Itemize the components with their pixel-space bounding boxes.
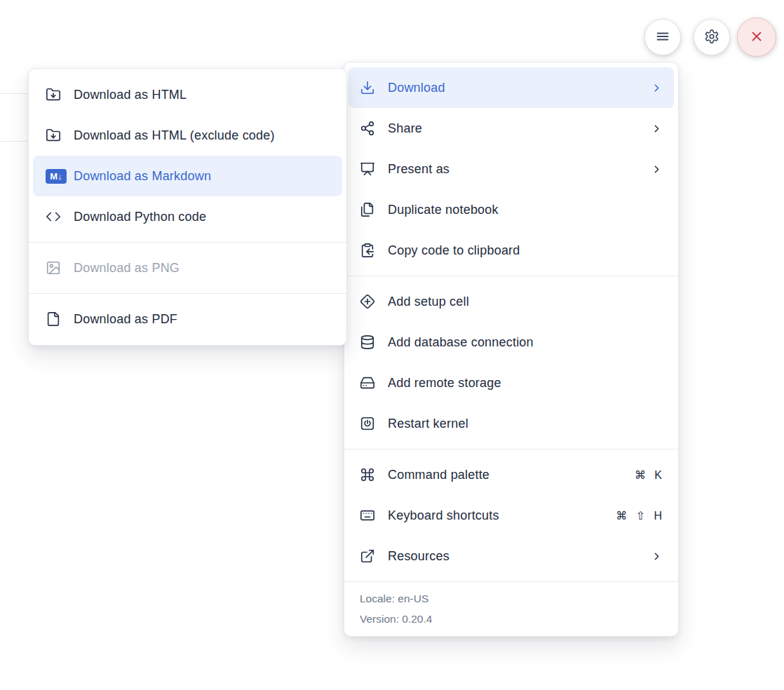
menu-item-label: Add remote storage <box>388 376 663 391</box>
menu-divider <box>344 449 678 449</box>
submenu-item-download-html-exclude-code[interactable]: Download as HTML (exclude code) <box>33 115 342 156</box>
shortcut-hint: ⌘ K <box>635 468 663 482</box>
menu-item-duplicate-notebook[interactable]: Duplicate notebook <box>349 189 674 230</box>
menu-item-add-database-connection[interactable]: Add database connection <box>349 322 674 363</box>
menu-item-label: Keyboard shortcuts <box>388 508 603 523</box>
menu-item-label: Command palette <box>388 468 622 482</box>
database-icon <box>360 334 375 350</box>
hard-drive-icon <box>360 375 375 391</box>
submenu-item-download-png[interactable]: Download as PNG <box>33 248 342 288</box>
menu-divider <box>344 276 678 276</box>
menu-item-command-palette[interactable]: Command palette ⌘ K <box>349 454 674 495</box>
folder-down-icon <box>46 87 61 102</box>
version-text: Version: 0.20.4 <box>360 609 663 629</box>
shortcut-hint: ⌘ ⇧ H <box>616 509 663 522</box>
diamond-plus-icon <box>360 294 375 309</box>
menu-item-add-setup-cell[interactable]: Add setup cell <box>349 281 674 322</box>
menu-item-label: Download as HTML <box>74 88 330 102</box>
shutdown-button[interactable] <box>737 18 776 57</box>
settings-button[interactable] <box>694 19 730 55</box>
menu-item-present-as[interactable]: Present as <box>349 149 674 189</box>
download-icon <box>360 80 375 95</box>
chevron-right-icon <box>651 82 663 94</box>
download-submenu: Download as HTML Download as HTML (exclu… <box>28 68 347 346</box>
gear-icon <box>704 29 719 46</box>
menu-item-label: Add setup cell <box>388 295 663 309</box>
menu-item-label: Share <box>388 121 638 136</box>
close-icon <box>749 29 764 46</box>
menu-item-label: Download <box>388 81 638 95</box>
chevron-right-icon <box>651 550 663 562</box>
share-icon <box>360 121 375 136</box>
menu-item-label: Download as PNG <box>74 261 330 276</box>
background-rule <box>0 93 29 94</box>
background-rule <box>0 141 29 142</box>
menu-item-label: Add database connection <box>388 335 663 350</box>
chevron-right-icon <box>651 163 663 175</box>
keyboard-icon <box>360 508 375 523</box>
submenu-item-download-python-code[interactable]: Download Python code <box>33 196 342 237</box>
menu-item-copy-code[interactable]: Copy code to clipboard <box>349 230 674 271</box>
menu-item-keyboard-shortcuts[interactable]: Keyboard shortcuts ⌘ ⇧ H <box>349 495 674 536</box>
submenu-item-download-pdf[interactable]: Download as PDF <box>33 299 342 339</box>
folder-down-icon <box>46 128 61 143</box>
power-icon <box>360 416 375 431</box>
code-icon <box>46 209 61 224</box>
menu-divider <box>29 242 346 243</box>
menu-item-label: Duplicate notebook <box>388 203 663 217</box>
presentation-icon <box>360 161 375 177</box>
menu-item-download[interactable]: Download <box>349 67 674 108</box>
menu-item-label: Download Python code <box>74 210 330 224</box>
menu-item-label: Present as <box>388 162 638 177</box>
hamburger-icon <box>655 29 670 46</box>
menu-item-label: Restart kernel <box>388 417 663 431</box>
notebook-actions-button[interactable] <box>644 19 681 55</box>
menu-item-label: Download as PDF <box>74 312 330 327</box>
clipboard-copy-icon <box>360 243 375 258</box>
submenu-item-download-html[interactable]: Download as HTML <box>33 74 342 115</box>
file-icon <box>46 311 61 327</box>
menu-item-label: Download as HTML (exclude code) <box>74 128 330 143</box>
command-icon <box>360 467 375 482</box>
external-link-icon <box>360 548 375 564</box>
submenu-item-download-markdown[interactable]: M↓ Download as Markdown <box>33 156 342 196</box>
markdown-download-icon: M↓ <box>46 168 67 184</box>
notebook-menu: Download Share Present as <box>344 62 679 637</box>
menu-item-resources[interactable]: Resources <box>349 536 674 576</box>
menu-item-share[interactable]: Share <box>349 108 674 149</box>
menu-item-add-remote-storage[interactable]: Add remote storage <box>349 363 674 403</box>
menu-item-restart-kernel[interactable]: Restart kernel <box>349 403 674 444</box>
duplicate-icon <box>360 202 375 217</box>
chevron-right-icon <box>651 123 663 135</box>
menu-divider <box>29 293 346 294</box>
menu-item-label: Copy code to clipboard <box>388 243 663 258</box>
menu-footer: Locale: en-US Version: 0.20.4 <box>344 581 678 636</box>
menu-item-label: Download as Markdown <box>74 169 330 184</box>
image-icon <box>46 260 61 276</box>
locale-text: Locale: en-US <box>360 588 663 609</box>
menu-item-label: Resources <box>388 549 638 564</box>
